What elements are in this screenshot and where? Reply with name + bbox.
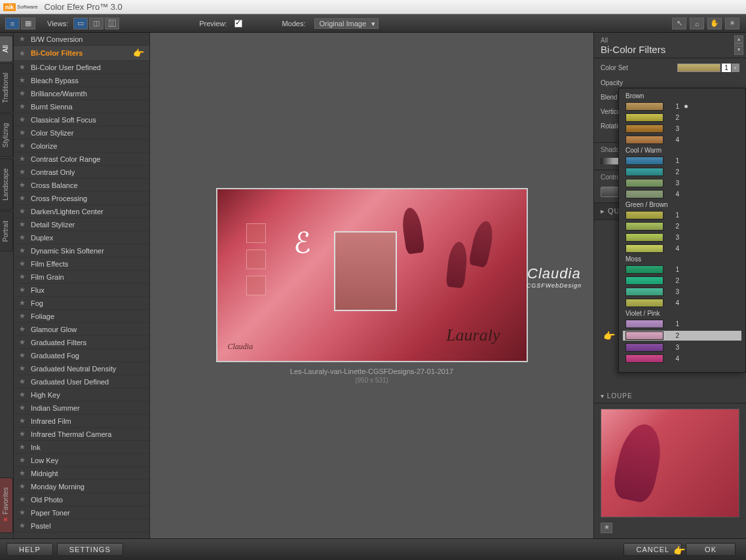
star-icon[interactable]: ★: [19, 76, 26, 84]
modes-select[interactable]: Original Image: [314, 18, 379, 29]
swatch-option[interactable]: 4: [625, 190, 739, 198]
tab-stylizing[interactable]: Stylizing: [0, 113, 13, 157]
swatch-option[interactable]: 1: [625, 320, 739, 328]
star-icon[interactable]: ★: [19, 102, 26, 111]
filter-item[interactable]: ★Infrared Film: [14, 415, 149, 428]
star-icon[interactable]: ★: [19, 338, 26, 346]
filter-item[interactable]: ★Brilliance/Warmth: [14, 87, 149, 100]
swatch-option[interactable]: 3: [625, 179, 739, 187]
swatch-option[interactable]: 1: [625, 157, 739, 165]
filter-item[interactable]: ★Classical Soft Focus: [14, 113, 149, 126]
star-icon[interactable]: ★: [19, 521, 26, 530]
star-icon[interactable]: ★: [19, 168, 26, 176]
filter-list[interactable]: ★B/W Conversion★Bi-Color Filters👉★Bi-Col…: [13, 33, 149, 538]
filter-item[interactable]: ★Indian Summer: [14, 401, 149, 415]
swatch-option[interactable]: 3: [625, 233, 739, 242]
swatch-option[interactable]: 3: [625, 343, 739, 352]
star-icon[interactable]: ★: [19, 115, 26, 124]
tab-landscape[interactable]: Landscape: [0, 159, 13, 210]
filter-item[interactable]: ★Pastel: [14, 519, 149, 532]
swatch-option[interactable]: 1: [625, 211, 739, 219]
filter-item[interactable]: ★High Key: [14, 388, 149, 401]
pan-icon[interactable]: ✋: [707, 18, 722, 29]
star-icon[interactable]: ★: [19, 351, 26, 360]
star-icon[interactable]: ★: [19, 49, 26, 58]
star-icon[interactable]: ★: [19, 207, 26, 215]
ok-button[interactable]: OK: [686, 543, 736, 556]
filter-item[interactable]: ★Film Grain: [14, 271, 149, 284]
star-icon[interactable]: ★: [19, 469, 26, 477]
filter-item[interactable]: ★Midnight: [14, 467, 149, 480]
star-icon[interactable]: ★: [19, 181, 26, 189]
list-view-icon[interactable]: ≡: [5, 18, 20, 29]
tab-portrait[interactable]: Portrait: [0, 211, 13, 252]
swatch-option[interactable]: 👉2: [623, 331, 741, 341]
filter-item[interactable]: ★Film Effects: [14, 257, 149, 271]
star-icon[interactable]: ★: [19, 155, 26, 163]
panel-dropdown-icon[interactable]: ▾: [734, 46, 743, 55]
filter-item[interactable]: ★Flux: [14, 284, 149, 297]
filter-item[interactable]: ★Fog: [14, 297, 149, 310]
filter-item[interactable]: ★Burnt Sienna: [14, 100, 149, 113]
star-icon[interactable]: ★: [19, 220, 26, 229]
swatch-option[interactable]: 1: [625, 102, 739, 111]
loupe-section[interactable]: ▾ LOUPE: [594, 389, 746, 403]
swatch-option[interactable]: 3: [625, 124, 739, 133]
star-icon[interactable]: ★: [19, 495, 26, 504]
filter-item[interactable]: ★Monday Morning: [14, 480, 149, 493]
colorset-dropdown-icon[interactable]: ▾: [732, 64, 739, 72]
filter-item[interactable]: ★Paper Toner: [14, 506, 149, 519]
star-icon[interactable]: ★: [19, 443, 26, 451]
filter-item[interactable]: ★Contrast Color Range: [14, 153, 149, 166]
star-icon[interactable]: ★: [19, 325, 26, 333]
star-icon[interactable]: ★: [19, 299, 26, 307]
single-view-icon[interactable]: ▭: [73, 18, 88, 29]
filter-item[interactable]: ★Ink: [14, 441, 149, 454]
settings-button[interactable]: SETTINGS: [57, 543, 123, 556]
star-icon[interactable]: ★: [19, 430, 26, 438]
filter-item[interactable]: ★Graduated Neutral Density: [14, 362, 149, 375]
tab-all[interactable]: All: [0, 35, 13, 62]
star-icon[interactable]: ★: [19, 390, 26, 399]
prev-filter-icon[interactable]: ▴: [734, 35, 743, 43]
filter-item[interactable]: ★B/W Conversion: [14, 33, 149, 46]
star-icon[interactable]: ★: [19, 508, 26, 517]
star-icon[interactable]: ★: [19, 286, 26, 294]
loupe-favorite-button[interactable]: ★: [601, 523, 612, 533]
filter-item[interactable]: ★Color Stylizer: [14, 126, 149, 140]
star-icon[interactable]: ★: [19, 35, 26, 43]
star-icon[interactable]: ★: [19, 482, 26, 491]
filter-item[interactable]: ★Old Photo: [14, 493, 149, 506]
star-icon[interactable]: ★: [19, 194, 26, 202]
star-icon[interactable]: ★: [19, 456, 26, 464]
swatch-option[interactable]: 4: [625, 299, 739, 307]
star-icon[interactable]: ★: [19, 377, 26, 386]
filter-item[interactable]: ★Duplex: [14, 231, 149, 244]
swatch-option[interactable]: 1: [625, 265, 739, 274]
filter-item[interactable]: ★Foliage: [14, 310, 149, 323]
star-icon[interactable]: ★: [19, 403, 26, 412]
split-view-icon[interactable]: ◫: [89, 18, 103, 29]
filter-item[interactable]: ★Infrared Thermal Camera: [14, 428, 149, 441]
filter-item[interactable]: ★Low Key: [14, 454, 149, 467]
star-icon[interactable]: ★: [19, 259, 26, 268]
filter-item[interactable]: ★Contrast Only: [14, 166, 149, 179]
thumb-view-icon[interactable]: ▦: [21, 18, 35, 29]
filter-item[interactable]: ★Colorize: [14, 140, 149, 153]
help-button[interactable]: HELP: [7, 543, 53, 556]
filter-item[interactable]: ★Bleach Bypass: [14, 74, 149, 87]
cancel-button[interactable]: CANCEL👉: [624, 543, 682, 556]
filter-item[interactable]: ★Bi-Color User Defined: [14, 61, 149, 74]
tab-traditional[interactable]: Traditional: [0, 63, 13, 113]
swatch-option[interactable]: 4: [625, 244, 739, 253]
light-icon[interactable]: ☀: [725, 18, 739, 29]
star-icon[interactable]: ★: [19, 89, 26, 98]
star-icon[interactable]: ★: [19, 128, 26, 137]
filter-item[interactable]: ★Cross Processing: [14, 192, 149, 205]
swatch-option[interactable]: 2: [625, 168, 739, 176]
star-icon[interactable]: ★: [19, 246, 26, 255]
star-icon[interactable]: ★: [19, 312, 26, 320]
swatch-option[interactable]: 4: [625, 354, 739, 363]
zoom-icon[interactable]: ⌕: [690, 18, 704, 29]
star-icon[interactable]: ★: [19, 141, 26, 150]
